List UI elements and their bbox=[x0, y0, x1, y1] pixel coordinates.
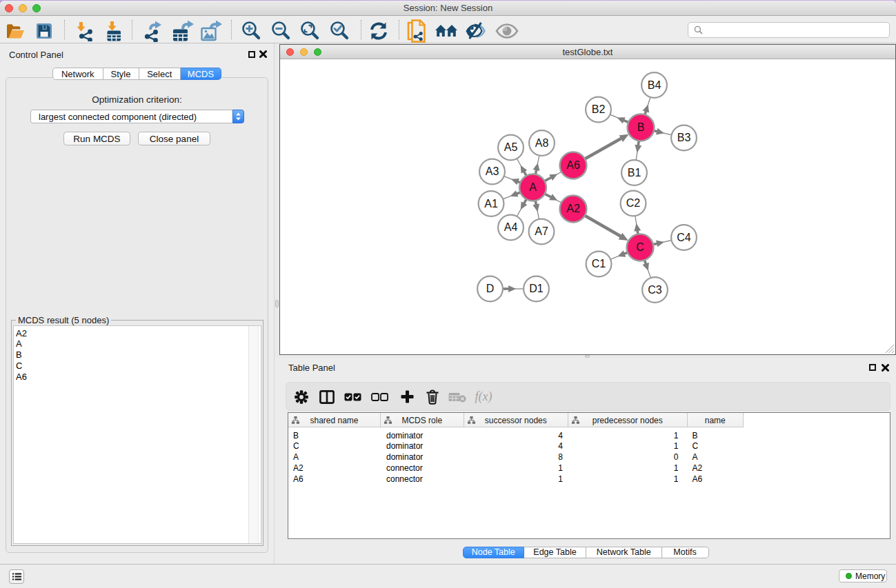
table-row[interactable]: A6connector11A6 bbox=[288, 474, 744, 485]
graph-node-label: A3 bbox=[486, 165, 499, 177]
tab-edge-table[interactable]: Edge Table bbox=[524, 547, 586, 559]
function-builder-icon[interactable]: f(x) bbox=[471, 383, 496, 412]
import-network-icon[interactable] bbox=[72, 19, 97, 43]
delete-column-icon[interactable] bbox=[420, 383, 445, 412]
show-selected-icon[interactable] bbox=[495, 19, 519, 43]
graph-node-label: A1 bbox=[484, 198, 498, 210]
column-type-icon bbox=[572, 416, 579, 424]
result-list-item[interactable]: C bbox=[16, 361, 261, 372]
console-button[interactable] bbox=[9, 569, 24, 584]
search-icon bbox=[694, 26, 703, 34]
export-image-icon[interactable] bbox=[199, 19, 224, 43]
table-panel: Table Panel bbox=[274, 358, 896, 564]
result-list-item[interactable]: A bbox=[16, 338, 261, 349]
table-row[interactable]: Adominator80A bbox=[288, 452, 744, 463]
graph-node-label: A6 bbox=[566, 159, 580, 171]
optimization-criterion-label: Optimization criterion: bbox=[0, 94, 274, 105]
graph-node-label: C2 bbox=[626, 197, 641, 209]
table-cell: A6 bbox=[288, 474, 381, 485]
tab-network[interactable]: Network bbox=[52, 68, 103, 80]
tab-style[interactable]: Style bbox=[103, 68, 139, 80]
table-cell: dominator bbox=[381, 452, 464, 463]
delete-table-icon[interactable] bbox=[445, 383, 470, 412]
table-header-row: shared nameMCDS rolesuccessor nodesprede… bbox=[288, 413, 744, 427]
float-table-panel-icon[interactable] bbox=[869, 364, 876, 371]
graph-node-label: A5 bbox=[504, 141, 518, 153]
memory-label: Memory bbox=[855, 571, 885, 581]
graph-node-label: B1 bbox=[628, 167, 641, 179]
save-session-icon[interactable] bbox=[32, 19, 57, 43]
optimization-criterion-dropdown[interactable]: largest connected component (directed) bbox=[30, 110, 244, 123]
table-cell: B bbox=[288, 430, 381, 441]
resize-grip-icon[interactable] bbox=[884, 343, 895, 354]
deselect-all-check-icon[interactable] bbox=[367, 383, 392, 412]
mcds-result-list[interactable]: A2ABCA6 bbox=[13, 325, 261, 544]
table-toolbar: f(x) bbox=[286, 382, 890, 412]
application-window: Session: New Session bbox=[0, 1, 896, 588]
table-cell: A6 bbox=[688, 474, 744, 485]
table-cell: 1 bbox=[464, 463, 569, 474]
export-network-icon[interactable] bbox=[141, 19, 166, 43]
vertical-split-handle[interactable] bbox=[275, 300, 279, 307]
memory-button[interactable]: Memory bbox=[839, 569, 887, 582]
search-input[interactable] bbox=[706, 26, 889, 35]
close-panel-button[interactable]: Close panel bbox=[138, 132, 210, 145]
export-table-icon[interactable] bbox=[171, 19, 196, 43]
mcds-result-group-title: MCDS result (5 nodes) bbox=[16, 315, 111, 325]
network-graph-canvas[interactable]: B4B2BB3A8A5A6A3B1AA1C2A2A4A7C4CC1C3DD1 bbox=[280, 60, 895, 354]
table-row[interactable]: A2connector11A2 bbox=[288, 463, 744, 474]
dropdown-stepper-icon bbox=[232, 110, 244, 123]
tab-mcds[interactable]: MCDS bbox=[181, 68, 221, 80]
column-header-shared-name[interactable]: shared name bbox=[288, 413, 381, 427]
toolbar-separator bbox=[399, 20, 399, 39]
graph-node-label: B2 bbox=[592, 103, 606, 115]
task-list-icon bbox=[12, 573, 21, 580]
column-header-successor-nodes[interactable]: successor nodes bbox=[464, 413, 569, 427]
result-items: A2ABCA6 bbox=[14, 326, 261, 383]
table-cell: A2 bbox=[288, 463, 381, 474]
run-mcds-button[interactable]: Run MCDS bbox=[63, 132, 130, 145]
open-file-icon[interactable] bbox=[3, 19, 28, 43]
clone-network-icon[interactable] bbox=[405, 19, 430, 43]
tab-node-table[interactable]: Node Table bbox=[463, 547, 525, 559]
zoom-out-icon[interactable] bbox=[268, 19, 293, 43]
table-settings-icon[interactable] bbox=[289, 383, 314, 412]
import-table-icon[interactable] bbox=[101, 19, 126, 43]
zoom-fit-icon[interactable] bbox=[297, 19, 322, 43]
zoom-in-icon[interactable] bbox=[239, 19, 263, 43]
result-list-item[interactable]: B bbox=[16, 349, 261, 361]
table-cell: C bbox=[688, 440, 744, 452]
close-panel-icon[interactable] bbox=[259, 50, 267, 58]
table-cell: 0 bbox=[568, 452, 688, 463]
table-cell: 1 bbox=[568, 474, 688, 485]
table-cell: B bbox=[688, 430, 744, 441]
tab-network-table[interactable]: Network Table bbox=[586, 547, 662, 559]
refresh-layout-icon[interactable] bbox=[366, 19, 391, 43]
table-row[interactable]: Cdominator41C bbox=[288, 440, 744, 452]
table-row[interactable]: Bdominator41B bbox=[288, 430, 744, 441]
table-cell: 4 bbox=[464, 440, 569, 452]
column-header-predecessor-nodes[interactable]: predecessor nodes bbox=[568, 413, 688, 427]
table-cell: 1 bbox=[568, 463, 688, 474]
table-cell: 1 bbox=[568, 430, 688, 441]
close-table-panel-icon[interactable] bbox=[882, 364, 889, 372]
zoom-selected-icon[interactable] bbox=[327, 19, 352, 43]
result-list-scrollbar[interactable] bbox=[248, 326, 259, 544]
show-all-networks-icon[interactable] bbox=[434, 19, 459, 43]
column-header-name[interactable]: name bbox=[688, 413, 744, 427]
toolbar-separator bbox=[231, 20, 232, 39]
add-column-icon[interactable] bbox=[395, 383, 419, 412]
column-header-MCDS-role[interactable]: MCDS role bbox=[381, 413, 464, 427]
float-panel-icon[interactable] bbox=[248, 51, 255, 58]
tab-select[interactable]: Select bbox=[139, 68, 181, 80]
table-cell: connector bbox=[381, 463, 464, 474]
result-list-item[interactable]: A6 bbox=[16, 372, 261, 383]
search-field[interactable] bbox=[688, 22, 890, 38]
split-columns-icon[interactable] bbox=[315, 383, 339, 412]
result-list-item[interactable]: A2 bbox=[16, 328, 261, 339]
table-cell: dominator bbox=[381, 430, 464, 441]
select-all-check-icon[interactable] bbox=[340, 383, 365, 412]
hide-selected-icon[interactable] bbox=[464, 19, 488, 43]
tab-motifs[interactable]: Motifs bbox=[662, 547, 709, 559]
node-table[interactable]: shared nameMCDS rolesuccessor nodesprede… bbox=[288, 412, 890, 539]
